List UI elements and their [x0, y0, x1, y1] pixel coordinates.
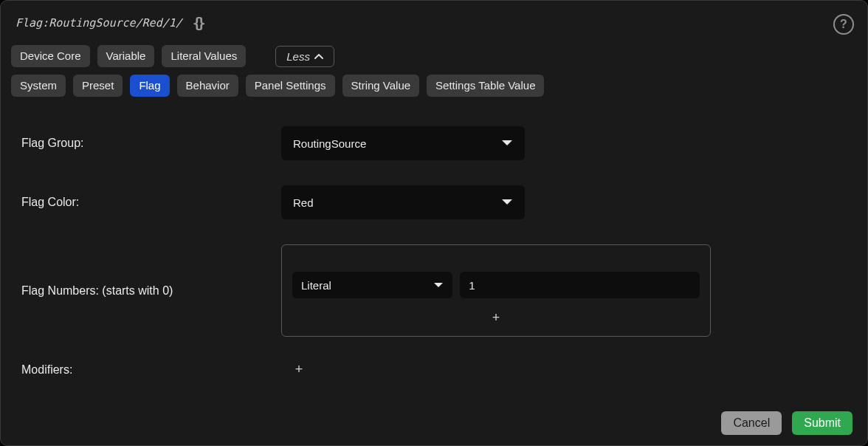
flag-color-select[interactable]: Red [281, 185, 525, 219]
header-bar: Flag:RoutingSource/Red/1/ {} ? [11, 11, 857, 35]
flag-color-label: Flag Color: [11, 196, 281, 209]
field-modifiers: Modifiers: + [11, 362, 857, 377]
add-modifier-button[interactable]: + [292, 362, 306, 377]
help-icon[interactable]: ? [833, 14, 854, 35]
submit-button[interactable]: Submit [792, 411, 852, 435]
flag-number-input[interactable] [460, 272, 700, 298]
dialog-footer: Cancel Submit [11, 408, 857, 435]
caret-down-icon [501, 140, 513, 147]
flag-color-value: Red [293, 196, 314, 209]
tag-literal-values[interactable]: Literal Values [162, 45, 246, 67]
form-area: Flag Group: RoutingSource Flag Color: Re… [11, 126, 857, 408]
tag-string-value[interactable]: String Value [342, 75, 420, 97]
field-flag-color: Flag Color: Red [11, 185, 857, 219]
flag-number-type-select[interactable]: Literal [292, 272, 452, 298]
field-flag-numbers: Flag Numbers: (starts with 0) Literal + [11, 244, 857, 337]
expression-path: Flag:RoutingSource/Red/1/ [11, 16, 187, 30]
path-wrap: Flag:RoutingSource/Red/1/ {} [11, 14, 206, 32]
less-toggle-button[interactable]: Less [275, 46, 334, 67]
tag-flag[interactable]: Flag [130, 75, 169, 97]
tag-preset[interactable]: Preset [73, 75, 123, 97]
braces-icon[interactable]: {} [193, 14, 206, 32]
dialog-window: Flag:RoutingSource/Red/1/ {} ? Device Co… [0, 0, 868, 446]
chevron-up-icon [314, 53, 323, 59]
flag-numbers-row: Literal [292, 272, 700, 298]
caret-down-icon [501, 199, 513, 206]
flag-group-label: Flag Group: [11, 137, 281, 150]
modifiers-label: Modifiers: [11, 363, 281, 377]
tag-system[interactable]: System [11, 75, 66, 97]
tag-behavior[interactable]: Behavior [177, 75, 238, 97]
tag-panel-settings[interactable]: Panel Settings [246, 75, 335, 97]
flag-numbers-box: Literal + [281, 244, 711, 337]
flag-group-value: RoutingSource [293, 137, 366, 150]
flag-numbers-label: Flag Numbers: (starts with 0) [11, 284, 281, 298]
field-flag-group: Flag Group: RoutingSource [11, 126, 857, 160]
tag-row-1: Device Core Variable Literal Values Less [11, 45, 857, 67]
cancel-button[interactable]: Cancel [721, 411, 782, 435]
flag-group-select[interactable]: RoutingSource [281, 126, 525, 160]
tag-device-core[interactable]: Device Core [11, 45, 90, 67]
caret-down-icon [433, 282, 444, 289]
tag-row-2: System Preset Flag Behavior Panel Settin… [11, 75, 857, 97]
tag-variable[interactable]: Variable [97, 45, 155, 67]
less-label: Less [286, 50, 310, 63]
add-flag-number-button[interactable]: + [292, 310, 700, 326]
flag-number-type-value: Literal [301, 279, 331, 292]
tag-settings-table-value[interactable]: Settings Table Value [427, 75, 544, 97]
